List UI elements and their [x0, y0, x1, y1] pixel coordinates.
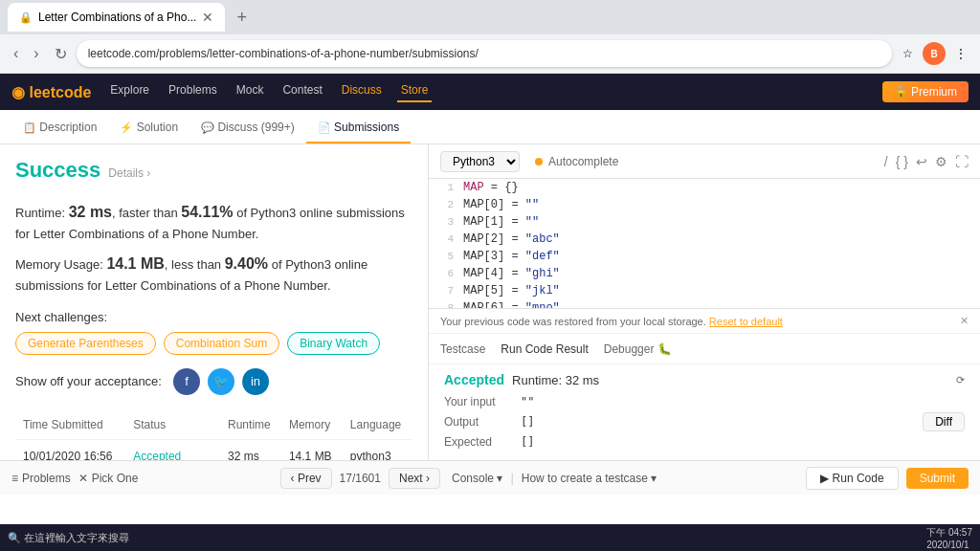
- tag-combination-sum[interactable]: Combination Sum: [164, 332, 279, 355]
- test-tabs: Testcase Run Code Result Debugger 🐛: [429, 334, 980, 364]
- main-layout: Success Details › Runtime: 32 ms, faster…: [0, 144, 980, 460]
- code-line-1: 1 MAP = {}: [429, 179, 980, 196]
- prev-btn[interactable]: ‹ Prev: [280, 468, 332, 489]
- active-tab[interactable]: 🔒 Letter Combinations of a Pho... ✕: [8, 3, 225, 32]
- tab-discuss[interactable]: 💬 Discuss (999+): [189, 113, 306, 143]
- browser-controls: ‹ › ↻ ☆ B ⋮: [0, 34, 980, 73]
- next-challenges-label: Next challenges:: [15, 310, 412, 324]
- extension-icon[interactable]: B: [923, 42, 946, 65]
- details-link[interactable]: Details ›: [108, 166, 150, 180]
- create-testcase-btn[interactable]: How to create a testcase ▾: [522, 472, 657, 485]
- bookmark-icon[interactable]: ☆: [896, 42, 919, 65]
- diff-btn[interactable]: Diff: [923, 412, 965, 431]
- tab-close-btn[interactable]: ✕: [202, 10, 213, 25]
- new-tab-btn[interactable]: +: [229, 8, 255, 28]
- nav-discuss[interactable]: Discuss: [338, 81, 386, 102]
- restore-text: Your previous code was restored from you…: [440, 316, 783, 327]
- sub-tabs: 📋 Description ⚡ Solution 💬 Discuss (999+…: [0, 110, 980, 144]
- tab-bar: 🔒 Letter Combinations of a Pho... ✕ +: [0, 0, 980, 34]
- col-status: Status: [125, 410, 220, 440]
- back-btn[interactable]: ‹: [8, 41, 24, 66]
- code-editor: 1 MAP = {} 2 MAP[0] = "" 3 MAP[1] = "" 4…: [429, 179, 980, 308]
- cell-lang-1: python3: [343, 439, 412, 460]
- result-timestamp: ⟳: [956, 374, 965, 386]
- cell-runtime-1: 32 ms: [220, 439, 281, 460]
- premium-btn[interactable]: 🔒 Premium: [882, 81, 969, 102]
- debugger-tab[interactable]: Debugger 🐛: [604, 339, 672, 360]
- code-line-7: 7 MAP[5] = "jkl": [429, 282, 980, 299]
- nav-problems[interactable]: Problems: [165, 81, 221, 102]
- col-time: Time Submitted: [15, 410, 125, 440]
- result-status: Accepted Runtime: 32 ms ⟳: [444, 372, 965, 387]
- expected-value: []: [521, 435, 534, 449]
- forward-btn[interactable]: ›: [28, 41, 44, 66]
- tab-title: Letter Combinations of a Pho...: [38, 11, 196, 24]
- code-line-2: 2 MAP[0] = "": [429, 196, 980, 213]
- toolbar-btn-2[interactable]: { }: [896, 154, 908, 169]
- result-expected-row: Expected []: [444, 435, 965, 449]
- run-code-btn[interactable]: ▶ Run Code: [806, 467, 898, 490]
- run-code-result-tab[interactable]: Run Code Result: [501, 339, 588, 360]
- result-panel: Accepted Runtime: 32 ms ⟳ Your input "" …: [429, 364, 980, 460]
- problems-label: Problems: [22, 472, 71, 485]
- pick-one-btn[interactable]: ✕ Pick One: [78, 472, 139, 485]
- code-line-5: 5 MAP[3] = "def": [429, 248, 980, 265]
- problems-btn[interactable]: ≡ Problems: [11, 472, 71, 485]
- runtime-text: Runtime: 32 ms, faster than 54.11% of Py…: [15, 200, 412, 244]
- memory-text: Memory Usage: 14.1 MB, less than 9.40% o…: [15, 252, 412, 296]
- tag-binary-watch[interactable]: Binary Watch: [287, 332, 380, 355]
- left-toolbar: ≡ Problems ✕ Pick One ‹ Prev 17/1601 Nex…: [11, 468, 440, 489]
- address-bar[interactable]: [77, 40, 892, 67]
- code-line-3: 3 MAP[1] = "": [429, 213, 980, 231]
- toolbar-btn-1[interactable]: /: [884, 154, 888, 169]
- language-select[interactable]: Python3: [440, 151, 520, 172]
- left-content: Success Details › Runtime: 32 ms, faster…: [0, 144, 428, 460]
- facebook-btn[interactable]: f: [173, 368, 200, 395]
- bottom-panel: Your previous code was restored from you…: [429, 308, 980, 460]
- browser-icons: ☆ B ⋮: [896, 42, 972, 65]
- input-label: Your input: [444, 395, 521, 408]
- tab-submissions[interactable]: 📄 Submissions: [306, 113, 411, 143]
- code-line-4: 4 MAP[2] = "abc": [429, 231, 980, 248]
- reset-link[interactable]: Reset to default: [709, 316, 783, 327]
- toolbar-btn-5[interactable]: ⛶: [955, 154, 969, 169]
- output-value: []: [521, 415, 534, 429]
- linkedin-btn[interactable]: in: [242, 368, 269, 395]
- start-btn[interactable]: 🔍 在這裡輸入文字來搜尋: [8, 531, 129, 545]
- toolbar-btn-4[interactable]: ⚙: [935, 154, 947, 169]
- nav-explore[interactable]: Explore: [106, 81, 153, 102]
- lc-nav: Explore Problems Mock Contest Discuss St…: [106, 81, 432, 102]
- tab-solution[interactable]: ⚡ Solution: [108, 113, 189, 143]
- chrome-menu[interactable]: ⋮: [949, 42, 972, 65]
- twitter-btn[interactable]: 🐦: [208, 368, 234, 395]
- cell-status-1[interactable]: Accepted: [125, 439, 220, 460]
- lc-logo[interactable]: ◉ leetcode: [11, 83, 91, 101]
- success-badge: Success: [15, 158, 100, 183]
- console-btn[interactable]: Console ▾: [452, 472, 502, 485]
- social-share: Show off your acceptance: f 🐦 in: [15, 368, 412, 395]
- nav-mock[interactable]: Mock: [233, 81, 268, 102]
- social-label: Show off your acceptance:: [15, 374, 162, 388]
- taskbar-time: 下午 04:572020/10/1: [926, 526, 972, 550]
- nav-contest[interactable]: Contest: [278, 81, 325, 102]
- restore-msg: Your previous code was restored from you…: [429, 309, 980, 334]
- left-panel: Success Details › Runtime: 32 ms, faster…: [0, 144, 429, 460]
- page-indicator: 17/1601: [340, 472, 381, 485]
- result-output-row: Output [] Diff: [444, 412, 965, 431]
- autocomplete-toggle[interactable]: Autocomplete: [535, 155, 618, 168]
- toolbar-btn-3[interactable]: ↩: [916, 154, 927, 169]
- testcase-tab[interactable]: Testcase: [440, 339, 485, 360]
- cell-time-1: 10/01/2020 16:56: [15, 439, 125, 460]
- tag-generate-parentheses[interactable]: Generate Parentheses: [15, 332, 156, 355]
- tab-description[interactable]: 📋 Description: [11, 113, 108, 143]
- refresh-btn[interactable]: ↻: [49, 41, 73, 67]
- problems-icon: ≡: [11, 472, 18, 485]
- submit-btn[interactable]: Submit: [906, 468, 969, 489]
- code-line-6: 6 MAP[4] = "ghi": [429, 265, 980, 282]
- close-restore[interactable]: ✕: [960, 315, 969, 327]
- next-btn[interactable]: Next ›: [389, 468, 440, 489]
- nav-store[interactable]: Store: [397, 81, 433, 102]
- right-toolbar: Console ▾ | How to create a testcase ▾ ▶…: [440, 467, 969, 490]
- cell-memory-1: 14.1 MB: [281, 439, 343, 460]
- submissions-table: Time Submitted Status Runtime Memory Lan…: [15, 410, 412, 460]
